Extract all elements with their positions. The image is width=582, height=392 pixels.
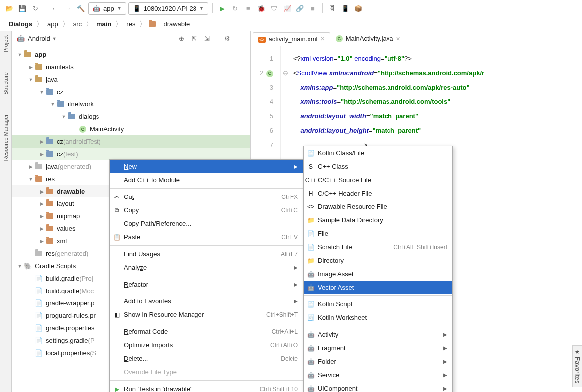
tree-node[interactable]: ▼dialogs (12, 110, 250, 123)
hide-icon[interactable]: — (235, 34, 245, 44)
apply-code-icon[interactable]: ≡ (243, 3, 254, 14)
breadcrumb-item[interactable]: Dialogs (7, 19, 34, 29)
open-icon[interactable]: 📂 (4, 3, 15, 14)
menu-item[interactable]: SC++ Class (304, 160, 452, 173)
breadcrumb-item[interactable]: res (124, 19, 137, 29)
menu-item[interactable]: 🧾Kotlin Worksheet (304, 311, 452, 324)
attach-icon[interactable]: 🔗 (294, 3, 305, 14)
breadcrumb-item[interactable]: app (45, 19, 60, 29)
menu-item[interactable]: HC/C++ Header File (304, 187, 452, 200)
menu-item[interactable]: 🤖Image Asset (304, 267, 452, 281)
new-submenu[interactable]: 🧾Kotlin Class/FileSC++ ClassC++C/C++ Sou… (303, 146, 453, 392)
menu-item[interactable]: 📁Sample Data Directory (304, 213, 452, 227)
tool-window-tab[interactable]: Structure (3, 72, 9, 95)
breadcrumb-item[interactable]: main (95, 19, 113, 29)
menu-item[interactable]: 🧾Kotlin Script (304, 297, 452, 311)
left-tool-strip: ProjectStructureResource Manager (0, 31, 12, 392)
menu-item[interactable]: 🤖Activity▶ (304, 328, 452, 341)
menu-item[interactable]: Add C++ to Module (110, 173, 303, 187)
menu-item[interactable]: 🤖Vector Asset (304, 281, 452, 294)
tree-node[interactable]: ▼cz (12, 86, 250, 98)
stop-icon[interactable]: ■ (307, 3, 318, 14)
run-config-selector[interactable]: 🤖app▼ (88, 2, 126, 15)
tree-node[interactable]: ▼java (12, 73, 250, 86)
menu-item[interactable]: Refactor▶ (110, 278, 303, 291)
menu-item[interactable]: 📄Scratch FileCtrl+Alt+Shift+Insert (304, 240, 452, 254)
menu-item[interactable]: 🤖Fragment▶ (304, 341, 452, 355)
collapse-icon[interactable]: ⇲ (202, 34, 212, 44)
menu-item[interactable]: <>Drawable Resource File (304, 200, 452, 213)
editor-tabs: <>activity_main.xml×CMainActivity.java× (251, 31, 582, 46)
hammer-icon[interactable]: 🔨 (75, 3, 86, 14)
back-icon[interactable]: ← (49, 3, 60, 14)
menu-item[interactable]: 📋PasteCtrl+V (110, 230, 303, 244)
expand-icon[interactable]: ⇱ (189, 34, 199, 44)
menu-item[interactable]: ⧉CopyCtrl+C (110, 203, 303, 217)
right-tool-strip[interactable]: ★ Favorites (572, 345, 582, 387)
menu-item[interactable]: Reformat CodeCtrl+Alt+L (110, 325, 303, 338)
menu-item[interactable]: Override File Type (110, 365, 303, 379)
settings-icon[interactable]: ⚙ (222, 34, 232, 44)
menu-item[interactable]: ▶Run 'Tests in 'drawable''Ctrl+Shift+F10 (110, 382, 303, 392)
breadcrumb-item[interactable]: src (71, 19, 84, 29)
sync-icon[interactable]: ↻ (30, 3, 41, 14)
breadcrumb-item[interactable]: drawable (161, 19, 192, 29)
menu-item[interactable]: C++C/C++ Source File (304, 173, 452, 187)
menu-item[interactable]: Find UsagesAlt+F7 (110, 247, 303, 261)
forward-icon[interactable]: → (62, 3, 73, 14)
sdk-icon[interactable]: 📱 (340, 3, 351, 14)
menu-item[interactable]: 📁Directory (304, 254, 452, 267)
tool-window-tab[interactable]: Project (3, 35, 9, 52)
menu-item[interactable]: Delete...Delete (110, 352, 303, 365)
editor-tab[interactable]: <>activity_main.xml× (253, 32, 330, 45)
menu-item[interactable]: 🧾Kotlin Class/File (304, 146, 452, 160)
debug-icon[interactable]: 🐞 (256, 3, 267, 14)
menu-item[interactable]: New▶ (110, 160, 303, 173)
editor-tab[interactable]: CMainActivity.java× (330, 32, 406, 45)
tree-view-selector[interactable]: Android ▼ (28, 35, 173, 42)
tree-node[interactable]: ▶manifests (12, 61, 250, 73)
menu-item[interactable]: Add to Favorites▶ (110, 294, 303, 308)
menu-item[interactable]: 🤖Service▶ (304, 368, 452, 382)
menu-item[interactable]: ✂CutCtrl+X (110, 190, 303, 203)
menu-item[interactable]: ◧Show In Resource ManagerCtrl+Shift+T (110, 308, 303, 321)
avd-icon[interactable]: 🗄 (327, 3, 338, 14)
select-open-icon[interactable]: ⊕ (176, 34, 186, 44)
tree-node[interactable]: CMainActivity (12, 123, 250, 135)
menu-item[interactable]: Copy Path/Reference... (110, 217, 303, 230)
menu-item[interactable]: 📄File (304, 227, 452, 240)
menu-item[interactable]: 🤖Folder▶ (304, 355, 452, 368)
main-toolbar: 📂 💾 ↻ ← → 🔨 🤖app▼ 📱1080x1920 API 28▼ ▶ ↻… (0, 0, 582, 17)
misc-icon[interactable]: 📦 (353, 3, 364, 14)
tree-node[interactable]: ▶cz (androidTest) (12, 135, 250, 148)
tree-header: 🤖 Android ▼ ⊕ ⇱ ⇲ ⚙ — (12, 31, 250, 46)
coverage-icon[interactable]: 🛡 (269, 3, 280, 14)
profile-icon[interactable]: 📈 (282, 3, 292, 14)
tree-node[interactable]: ▼app (12, 48, 250, 61)
device-selector[interactable]: 📱1080x1920 API 28▼ (128, 2, 208, 15)
menu-item[interactable]: Optimize ImportsCtrl+Alt+O (110, 338, 303, 352)
tree-node[interactable]: ▼itnetwork (12, 98, 250, 110)
apply-changes-icon[interactable]: ↻ (230, 3, 241, 14)
breadcrumb: Dialogs〉app〉src〉main〉res〉drawable (0, 17, 582, 31)
menu-item[interactable]: Analyze▶ (110, 261, 303, 274)
tool-window-tab[interactable]: Resource Manager (3, 114, 9, 161)
context-menu[interactable]: New▶Add C++ to Module✂CutCtrl+X⧉CopyCtrl… (109, 159, 303, 392)
tree-node[interactable]: ▶cz (test) (12, 148, 250, 160)
menu-item[interactable]: 🤖UiComponent▶ (304, 382, 452, 392)
save-icon[interactable]: 💾 (17, 3, 28, 14)
run-icon[interactable]: ▶ (217, 3, 228, 14)
